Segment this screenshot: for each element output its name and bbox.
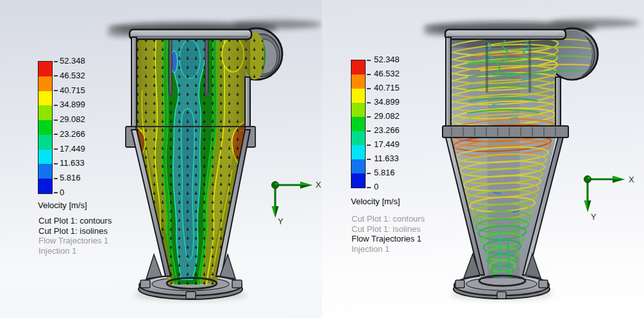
legend-band <box>352 89 365 103</box>
legend-tick <box>367 116 371 118</box>
feature-flow-trajectories[interactable]: Flow Trajectories 1 <box>38 236 112 246</box>
legend-unit-label: Velocity [m/s] <box>351 197 400 206</box>
legend-tick <box>367 173 371 174</box>
legend-band <box>352 145 365 159</box>
legend-tick <box>54 119 58 121</box>
legend-value: 52.348 <box>374 55 400 64</box>
feature-injection[interactable]: Injection 1 <box>38 246 112 256</box>
legend-band <box>38 105 52 120</box>
legend-tick <box>54 192 58 193</box>
legend-band <box>352 75 365 89</box>
legend-value: 29.082 <box>374 112 400 120</box>
legend-value: 0 <box>60 188 64 197</box>
velocity-legend: 52.348 46.532 40.715 34.899 29.082 23.26… <box>38 61 53 194</box>
feature-cut-plot-isolines[interactable]: Cut Plot 1: isolines <box>38 226 112 236</box>
legend-color-bar[interactable] <box>351 60 366 188</box>
legend-value: 23.266 <box>374 126 400 134</box>
feature-cut-plot-contours[interactable]: Cut Plot 1: contours <box>352 214 425 224</box>
legend-tick <box>367 74 371 75</box>
legend-value: 40.715 <box>60 86 85 94</box>
legend-value: 34.899 <box>374 98 400 106</box>
velocity-contour-plot <box>128 31 276 288</box>
legend-band <box>352 159 365 173</box>
legend-tick <box>54 90 58 91</box>
legend-tick <box>54 148 58 150</box>
legend-value: 5.816 <box>374 168 395 177</box>
legend-tick <box>367 88 371 89</box>
flow-trajectories <box>443 31 597 288</box>
legend-tick <box>54 61 58 62</box>
legend-value: 52.348 <box>60 57 85 65</box>
legend-tick <box>367 187 371 188</box>
legend-band <box>38 164 52 179</box>
legend-value: 46.532 <box>60 71 85 80</box>
legend-value: 23.266 <box>60 130 85 138</box>
viewport-panel-trajectories: X Y 52.348 46.532 40.715 34.899 29.082 <box>322 0 644 318</box>
legend-value: 11.633 <box>374 154 399 163</box>
legend-band <box>38 91 52 106</box>
bottom-flange <box>450 275 553 300</box>
legend-value: 29.082 <box>60 115 85 123</box>
y-axis-label: Y <box>591 212 597 222</box>
feature-flow-trajectories[interactable]: Flow Trajectories 1 <box>352 234 425 244</box>
legend-tick <box>54 163 58 164</box>
legend-value: 46.532 <box>374 69 400 78</box>
legend-band <box>38 179 52 193</box>
legend-band <box>38 62 52 76</box>
legend-color-bar[interactable] <box>38 61 53 194</box>
legend-value: 17.449 <box>374 140 400 148</box>
axis-triad: X Y <box>272 180 322 226</box>
y-axis-label: Y <box>278 216 284 226</box>
legend-band <box>352 60 365 75</box>
legend-band <box>38 76 52 91</box>
legend-band <box>38 135 52 150</box>
axis-triad: X Y <box>584 175 635 222</box>
result-feature-list: Cut Plot 1: contours Cut Plot 1: isoline… <box>38 216 112 256</box>
result-feature-list: Cut Plot 1: contours Cut Plot 1: isoline… <box>352 214 425 254</box>
legend-value: 34.899 <box>60 100 85 109</box>
legend-tick <box>367 159 371 160</box>
legend-tick <box>367 145 371 146</box>
feature-cut-plot-isolines[interactable]: Cut Plot 1: isolines <box>352 224 425 234</box>
legend-band <box>38 150 52 164</box>
x-axis-label: X <box>316 180 321 190</box>
legend-band <box>352 131 365 145</box>
feature-injection[interactable]: Injection 1 <box>352 244 425 254</box>
legend-band <box>38 120 52 135</box>
legend-band <box>352 103 365 117</box>
legend-tick <box>54 105 58 106</box>
legend-band <box>352 117 365 131</box>
x-axis-label: X <box>629 175 634 184</box>
legend-tick <box>367 130 371 132</box>
legend-value: 5.816 <box>60 173 81 182</box>
legend-band <box>352 173 365 188</box>
legend-value: 11.633 <box>60 159 85 167</box>
legend-value: 17.449 <box>60 145 85 153</box>
legend-tick <box>367 60 371 61</box>
velocity-legend: 52.348 46.532 40.715 34.899 29.082 23.26… <box>351 60 366 188</box>
legend-value: 0 <box>374 182 378 191</box>
feature-cut-plot-contours[interactable]: Cut Plot 1: contours <box>38 216 112 226</box>
legend-tick <box>54 178 58 179</box>
legend-tick <box>54 134 58 135</box>
legend-unit-label: Velocity [m/s] <box>38 200 87 210</box>
legend-tick <box>54 75 58 76</box>
legend-tick <box>367 102 371 103</box>
legend-value: 40.715 <box>374 84 400 92</box>
viewport-panel-contours: X Y 52.348 46.532 40.715 34.899 29.082 <box>0 0 322 318</box>
